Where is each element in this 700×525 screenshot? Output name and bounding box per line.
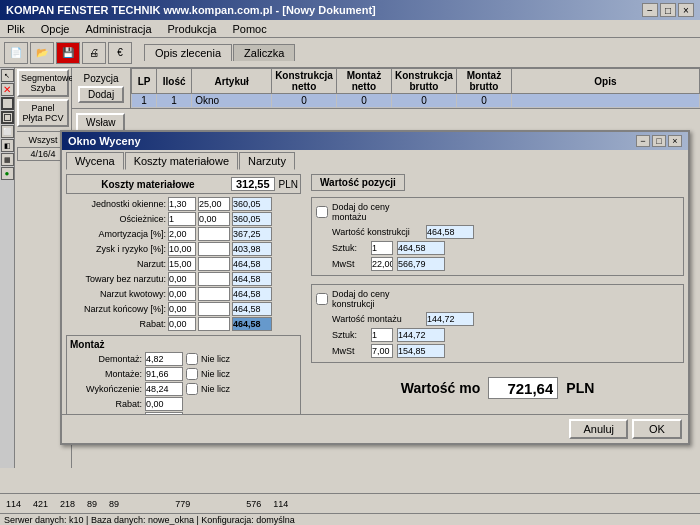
- menu-plik[interactable]: Plik: [4, 23, 28, 35]
- pozycja-label: Pozycja: [84, 73, 119, 84]
- rect-icon[interactable]: [1, 97, 14, 110]
- input-sztuk2[interactable]: [371, 328, 393, 342]
- input-zysk-2[interactable]: [198, 242, 230, 256]
- status-text: Serwer danych: k10 | Baza danych: nowe_o…: [4, 515, 295, 525]
- label-rabat: Rabat:: [66, 319, 166, 329]
- menu-pomoc[interactable]: Pomoc: [229, 23, 269, 35]
- menu-opcje[interactable]: Opcje: [38, 23, 73, 35]
- modal-minimize[interactable]: −: [636, 135, 650, 147]
- input-oscieznice-total[interactable]: [232, 212, 272, 226]
- menu-administracja[interactable]: Administracja: [82, 23, 154, 35]
- checkbox-dodaj-konstr[interactable]: [316, 293, 328, 305]
- input-wartosc-montaz[interactable]: [426, 312, 474, 326]
- input-narzutkon-total[interactable]: [232, 302, 272, 316]
- table-row-montaz-brutto: 0: [456, 94, 511, 108]
- input-amort-1[interactable]: [168, 227, 196, 241]
- input-jednostki-1[interactable]: [168, 197, 196, 211]
- label-narzut-kw: Narzut kwotowy:: [66, 289, 166, 299]
- modal-tab-koszty[interactable]: Koszty materiałowe: [125, 152, 238, 170]
- checkbox-wykonczenie[interactable]: [186, 383, 198, 395]
- toolbar: 📄 📂 💾 🖨 € Opis zlecenia Zaliczka: [0, 38, 700, 68]
- cancel-button[interactable]: Anuluj: [569, 419, 628, 439]
- input-narzutkon-2[interactable]: [198, 302, 230, 316]
- input-towary-2[interactable]: [198, 272, 230, 286]
- input-narzut-total[interactable]: [232, 257, 272, 271]
- menu-bar: Plik Opcje Administracja Produkcja Pomoc: [0, 20, 700, 38]
- toolbar-new[interactable]: 📄: [4, 42, 28, 64]
- input-narzutkon-1[interactable]: [168, 302, 196, 316]
- input-jednostki-2[interactable]: [198, 197, 230, 211]
- label-nielicz-montaze: Nie licz: [201, 369, 230, 379]
- table-row-artykul: Okno: [192, 94, 272, 108]
- input-amort-total[interactable]: [232, 227, 272, 241]
- modal-title: Okno Wyceny: [68, 135, 141, 147]
- toolbar-print[interactable]: 🖨: [82, 42, 106, 64]
- frame-icon[interactable]: [1, 111, 14, 124]
- checkbox-demontaz[interactable]: [186, 353, 198, 365]
- checkbox-montaze[interactable]: [186, 368, 198, 380]
- input-wykonczenie[interactable]: [145, 382, 183, 396]
- close-button[interactable]: ×: [678, 3, 694, 17]
- paint-icon[interactable]: ●: [1, 167, 14, 180]
- total-label: Wartość mo: [401, 380, 481, 396]
- label-dodaj-montaz: Dodaj do ceny montażu: [332, 202, 390, 222]
- input-rabat-montaz[interactable]: [145, 397, 183, 411]
- input-zysk-total[interactable]: [232, 242, 272, 256]
- label-zysk: Zysk i ryzyko [%]:: [66, 244, 166, 254]
- modal-maximize[interactable]: □: [652, 135, 666, 147]
- modal-tab-narzuty[interactable]: Narzuty: [239, 152, 295, 170]
- input-mwst2-pct[interactable]: [371, 344, 393, 358]
- input-sztuk2-total[interactable]: [397, 328, 445, 342]
- cross-icon[interactable]: ✕: [1, 83, 14, 96]
- input-oscieznice-1[interactable]: [168, 212, 196, 226]
- input-rabat-total[interactable]: [232, 317, 272, 331]
- modal-okno-wyceny: Okno Wyceny − □ × Wycena Koszty materiał…: [60, 130, 690, 445]
- label-towary: Towary bez narzutu:: [66, 274, 166, 284]
- seg-plyty-button[interactable]: Panel Płyta PCV: [17, 99, 69, 127]
- input-wartosc-konstr[interactable]: [426, 225, 474, 239]
- input-narzut-2[interactable]: [198, 257, 230, 271]
- input-mwst1-total[interactable]: [397, 257, 445, 271]
- label-wykonczenie: Wykończenie:: [70, 384, 142, 394]
- label-narzut-kon: Narzut końcowy [%]:: [66, 304, 166, 314]
- door-icon[interactable]: ⬜: [1, 125, 14, 138]
- input-rabat-2[interactable]: [198, 317, 230, 331]
- maximize-button[interactable]: □: [660, 3, 676, 17]
- input-sztuk1[interactable]: [371, 241, 393, 255]
- checkbox-dodaj-montaz[interactable]: [316, 206, 328, 218]
- input-towary-1[interactable]: [168, 272, 196, 286]
- input-narzut-1[interactable]: [168, 257, 196, 271]
- input-narzutkw-2[interactable]: [198, 287, 230, 301]
- input-towary-total[interactable]: [232, 272, 272, 286]
- seg-szyba-button[interactable]: Segmentowe Szyba: [17, 69, 69, 97]
- input-narzutkw-1[interactable]: [168, 287, 196, 301]
- input-montaze[interactable]: [145, 367, 183, 381]
- input-sztuk1-total[interactable]: [397, 241, 445, 255]
- modal-tab-wycena[interactable]: Wycena: [66, 152, 124, 170]
- toolbar-euro[interactable]: €: [108, 42, 132, 64]
- total-value-input[interactable]: [488, 377, 558, 399]
- input-narzutkw-total[interactable]: [232, 287, 272, 301]
- input-mwst2-total[interactable]: [397, 344, 445, 358]
- menu-produkcja[interactable]: Produkcja: [165, 23, 220, 35]
- input-amort-2[interactable]: [198, 227, 230, 241]
- label-amortyzacja: Amortyzacja [%]:: [66, 229, 166, 239]
- toolbar-save[interactable]: 💾: [56, 42, 80, 64]
- shapes-icon[interactable]: ◧: [1, 139, 14, 152]
- input-zysk-1[interactable]: [168, 242, 196, 256]
- ok-button[interactable]: OK: [632, 419, 682, 439]
- pln-label: PLN: [279, 179, 298, 190]
- tab-opis-zlecenia[interactable]: Opis zlecenia: [144, 44, 232, 61]
- input-mwst1-pct[interactable]: [371, 257, 393, 271]
- toolbar-open[interactable]: 📂: [30, 42, 54, 64]
- input-oscieznice-2[interactable]: [198, 212, 230, 226]
- arrow-icon[interactable]: ↖: [1, 69, 14, 82]
- dodaj-button[interactable]: Dodaj: [78, 86, 124, 103]
- tab-zaliczka[interactable]: Zaliczka: [233, 44, 295, 61]
- layers-icon[interactable]: ▦: [1, 153, 14, 166]
- input-rabat-1[interactable]: [168, 317, 196, 331]
- input-demontaz[interactable]: [145, 352, 183, 366]
- minimize-button[interactable]: −: [642, 3, 658, 17]
- input-jednostki-total[interactable]: [232, 197, 272, 211]
- modal-close[interactable]: ×: [668, 135, 682, 147]
